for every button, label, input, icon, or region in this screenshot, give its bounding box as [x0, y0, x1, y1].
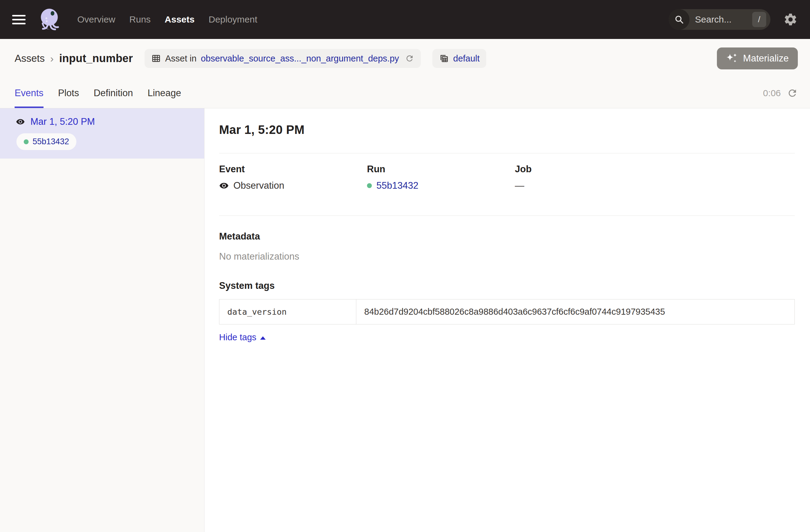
code-location-icon	[439, 53, 449, 63]
tag-key-cell: data_version	[220, 300, 356, 324]
run-id-badge[interactable]: 55b13432	[16, 133, 76, 150]
materialize-button[interactable]: Materialize	[717, 47, 798, 69]
dagster-logo-icon[interactable]	[36, 5, 64, 33]
code-location-tag: default	[432, 49, 486, 68]
event-timestamp-link[interactable]: Mar 1, 5:20 PM	[30, 116, 95, 127]
run-column-label: Run	[367, 164, 515, 175]
event-list-item[interactable]: Mar 1, 5:20 PM 55b13432	[0, 108, 204, 159]
nav-item-assets[interactable]: Assets	[165, 14, 194, 25]
asset-location-tag: Asset in observable_source_ass..._non_ar…	[145, 49, 421, 68]
metadata-empty-text: No materializations	[219, 251, 795, 262]
tab-plots[interactable]: Plots	[58, 78, 79, 108]
gear-icon[interactable]	[783, 12, 798, 27]
hide-tags-link[interactable]: Hide tags	[219, 332, 266, 342]
metadata-heading: Metadata	[219, 231, 795, 242]
asset-file-link[interactable]: observable_source_ass..._non_argument_de…	[201, 53, 399, 64]
tag-value-cell: 84b26d7d9204cbf588026c8a9886d403a6c9637c…	[356, 300, 794, 324]
dagster-app: Overview Runs Assets Deployment / Assets	[0, 0, 810, 532]
top-nav-bar: Overview Runs Assets Deployment /	[0, 0, 810, 39]
reload-location-icon[interactable]	[405, 54, 414, 63]
system-tags-table: data_version 84b26d7d9204cbf588026c8a988…	[219, 299, 795, 324]
job-column-label: Job	[515, 164, 795, 175]
nav-item-runs[interactable]: Runs	[129, 14, 151, 25]
event-type-value: Observation	[233, 180, 284, 191]
refresh-countdown: 0:06	[763, 88, 781, 98]
search-shortcut-hint: /	[752, 12, 766, 27]
system-tags-heading: System tags	[219, 280, 795, 291]
code-location-link[interactable]: default	[453, 53, 480, 64]
search-input[interactable]: /	[669, 9, 771, 30]
materialize-label: Materialize	[743, 53, 789, 64]
run-id-label: 55b13432	[33, 137, 69, 146]
run-status-dot	[24, 140, 29, 144]
nav-item-deployment[interactable]: Deployment	[208, 14, 257, 25]
job-empty-value: —	[515, 180, 524, 191]
asset-location-prefix: Asset in	[165, 53, 197, 64]
event-summary-grid: Event Observation Run 55b1343	[219, 164, 795, 191]
eye-icon	[16, 117, 25, 126]
search-icon	[669, 9, 690, 30]
refresh-icon[interactable]	[787, 88, 798, 99]
tab-lineage[interactable]: Lineage	[148, 78, 181, 108]
hide-tags-label: Hide tags	[219, 332, 257, 342]
run-status-dot	[367, 183, 372, 188]
event-list-sidebar: Mar 1, 5:20 PM 55b13432	[0, 108, 205, 532]
run-id-link[interactable]: 55b13432	[376, 180, 418, 191]
menu-icon[interactable]	[12, 15, 26, 25]
divider	[219, 215, 795, 216]
search-field[interactable]	[690, 14, 752, 25]
breadcrumb-assets-link[interactable]: Assets	[15, 53, 45, 64]
caret-up-icon	[260, 336, 266, 340]
event-detail-title: Mar 1, 5:20 PM	[219, 123, 795, 136]
primary-nav: Overview Runs Assets Deployment	[77, 14, 257, 25]
breadcrumb-separator: ›	[50, 53, 53, 65]
asset-header: Assets › input_number Asset in observabl…	[0, 39, 810, 78]
tab-events[interactable]: Events	[15, 78, 44, 108]
nav-item-overview[interactable]: Overview	[77, 14, 115, 25]
sparkle-icon	[726, 53, 738, 64]
asset-tabs: Events Plots Definition Lineage 0:06	[0, 78, 810, 108]
asset-grid-icon	[151, 53, 161, 63]
event-column-label: Event	[219, 164, 367, 175]
divider	[219, 153, 795, 154]
eye-icon	[219, 181, 229, 191]
page-title: input_number	[59, 52, 133, 65]
event-detail-panel: Mar 1, 5:20 PM Event Observation	[205, 108, 810, 532]
tab-definition[interactable]: Definition	[94, 78, 133, 108]
